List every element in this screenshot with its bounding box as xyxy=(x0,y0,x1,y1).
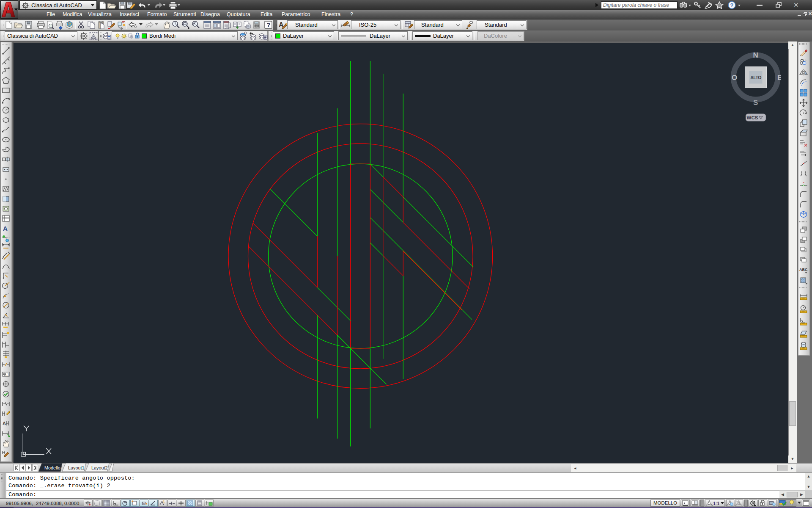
svg-text:ALTO: ALTO xyxy=(750,75,761,80)
svg-text:WCS: WCS xyxy=(747,115,758,120)
svg-text:Layout2: Layout2 xyxy=(91,465,107,470)
svg-text:ABC: ABC xyxy=(799,268,808,272)
svg-text:A: A xyxy=(3,225,8,232)
svg-text:A: A xyxy=(3,421,6,426)
svg-text:S: S xyxy=(753,99,758,107)
svg-text:?: ? xyxy=(267,22,271,28)
svg-text:Modello: Modello xyxy=(44,465,60,470)
svg-text:N: N xyxy=(753,51,758,59)
svg-text:O: O xyxy=(732,74,737,82)
svg-text:?: ? xyxy=(730,2,734,8)
svg-text:E: E xyxy=(777,74,781,82)
svg-text:Layout1: Layout1 xyxy=(68,465,84,470)
svg-text:.1: .1 xyxy=(6,373,9,376)
svg-text:1:1: 1:1 xyxy=(713,501,719,506)
